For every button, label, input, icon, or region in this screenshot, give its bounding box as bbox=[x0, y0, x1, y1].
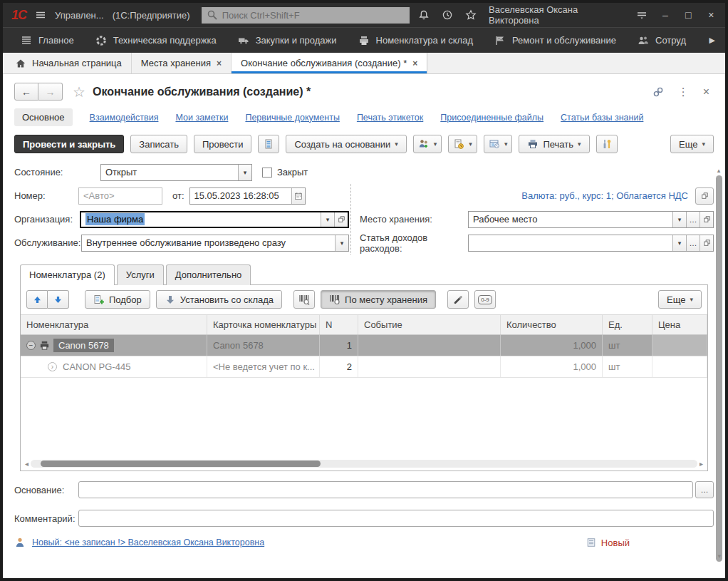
currency-open-icon[interactable] bbox=[695, 187, 714, 205]
post-button[interactable]: Провести bbox=[194, 135, 252, 153]
window-close-button[interactable]: × bbox=[706, 9, 717, 21]
section-tech-support[interactable]: Техническая поддержка bbox=[85, 28, 227, 53]
section-stock[interactable]: Номенклатура и склад bbox=[348, 28, 484, 53]
scrollbar-thumb[interactable] bbox=[716, 175, 722, 562]
scroll-down-icon[interactable]: ▾ bbox=[717, 552, 721, 560]
tab-nomenclature[interactable]: Номенклатура (2) bbox=[20, 264, 115, 285]
date-input[interactable]: 15.05.2023 16:28:05 bbox=[189, 187, 306, 205]
organization-input[interactable]: Наша фирма ▾ bbox=[80, 211, 349, 228]
navlink-attached-files[interactable]: Присоединенные файлы bbox=[440, 113, 544, 123]
calendar-icon[interactable] bbox=[291, 188, 305, 204]
tab-additional[interactable]: Дополнительно bbox=[166, 264, 251, 285]
tab-service-completion[interactable]: Окончание обслуживания (создание) * × bbox=[232, 53, 427, 73]
col-header-quantity[interactable]: Количество bbox=[501, 315, 603, 334]
navlink-knowledge-base[interactable]: Статьи базы знаний bbox=[561, 113, 643, 123]
maximize-button[interactable]: □ bbox=[682, 9, 693, 21]
service-type-select[interactable]: Внутреннее обслуживание произведено сраз… bbox=[81, 235, 349, 252]
number-input[interactable]: <Авто> bbox=[78, 187, 162, 205]
current-user-name[interactable]: Васелевская Оксана Викторовна bbox=[489, 4, 624, 26]
digits-entry-button[interactable]: 0-9 bbox=[474, 290, 496, 309]
chevron-down-icon[interactable]: ▾ bbox=[335, 235, 348, 251]
navlink-my-notes[interactable]: Мои заметки bbox=[175, 113, 228, 123]
collapse-row-icon[interactable]: − bbox=[26, 341, 36, 350]
table-row[interactable]: − Canon 5678 Canon 5678 1 1,000 шт bbox=[21, 335, 707, 356]
table-row[interactable]: › CANON PG-445 <Не ведется учет по к... … bbox=[21, 356, 707, 378]
col-header-price[interactable]: Цена bbox=[652, 315, 707, 334]
navlink-interactions[interactable]: Взаимодействия bbox=[90, 113, 159, 123]
tools-button[interactable] bbox=[596, 135, 618, 153]
tasks-button[interactable]: ▾ bbox=[484, 135, 513, 153]
document-more-button[interactable]: Еще ▾ bbox=[670, 135, 714, 153]
col-header-event[interactable]: Событие bbox=[358, 315, 501, 334]
col-header-card[interactable]: Карточка номенклатуры bbox=[207, 315, 320, 334]
post-and-close-button[interactable]: Провести и закрыть bbox=[14, 135, 124, 153]
choose-ellipsis-button[interactable]: … bbox=[686, 235, 700, 251]
tab-close-icon[interactable]: × bbox=[217, 58, 222, 68]
favorites-star-icon[interactable] bbox=[465, 9, 477, 21]
notifications-bell-icon[interactable] bbox=[418, 9, 430, 21]
minimize-button[interactable]: – bbox=[660, 9, 670, 21]
get-link-icon[interactable] bbox=[652, 86, 664, 98]
pick-button[interactable]: Подбор bbox=[85, 290, 150, 309]
choose-ellipsis-button[interactable]: … bbox=[686, 212, 700, 227]
chevron-down-icon[interactable]: ▾ bbox=[672, 212, 686, 227]
print-button[interactable]: Печать ▾ bbox=[519, 135, 589, 153]
service-menu-icon[interactable] bbox=[636, 9, 648, 21]
grid-more-button[interactable]: Еще ▾ bbox=[658, 290, 702, 309]
navlink-main[interactable]: Основное bbox=[14, 108, 73, 126]
sections-overflow-arrow[interactable]: ▶ bbox=[709, 36, 718, 45]
section-staff[interactable]: Сотруд bbox=[627, 28, 697, 53]
scroll-right-icon[interactable]: ▸ bbox=[700, 460, 703, 468]
comment-input[interactable] bbox=[78, 510, 714, 527]
vertical-scrollbar[interactable]: ▴ bbox=[714, 167, 723, 563]
back-button[interactable]: ← bbox=[14, 83, 38, 101]
by-storage-place-button[interactable]: По месту хранения bbox=[321, 290, 436, 309]
col-header-nomenclature[interactable]: Номенклатура bbox=[21, 315, 207, 334]
state-select[interactable]: Открыт ▾ bbox=[100, 164, 252, 181]
scrollbar-thumb[interactable] bbox=[41, 461, 321, 467]
set-from-warehouse-button[interactable]: Установить со склада bbox=[156, 290, 282, 309]
hamburger-icon[interactable] bbox=[35, 9, 46, 21]
section-repair-service[interactable]: Ремонт и обслуживание bbox=[484, 28, 627, 53]
col-header-n[interactable]: N bbox=[320, 315, 358, 334]
favorite-star-icon[interactable]: ☆ bbox=[73, 83, 85, 101]
open-item-icon[interactable] bbox=[700, 212, 713, 227]
move-up-button[interactable] bbox=[26, 290, 48, 309]
global-search-input[interactable]: Поиск Ctrl+Shift+F bbox=[202, 7, 410, 24]
tab-home[interactable]: Начальная страница bbox=[6, 53, 132, 73]
scroll-left-icon[interactable]: ◂ bbox=[25, 460, 28, 468]
chevron-down-icon[interactable]: ▾ bbox=[672, 235, 686, 251]
tab-close-icon[interactable]: × bbox=[412, 58, 417, 68]
forward-button[interactable]: → bbox=[38, 83, 63, 101]
posting-results-button[interactable] bbox=[258, 135, 279, 153]
income-expense-input[interactable]: ▾ … bbox=[468, 235, 714, 252]
form-close-icon[interactable]: × bbox=[703, 86, 709, 98]
chevron-down-icon[interactable]: ▾ bbox=[321, 212, 334, 227]
create-on-basis-button[interactable]: Создать на основании ▾ bbox=[286, 135, 406, 153]
move-down-button[interactable] bbox=[48, 290, 69, 309]
save-button[interactable]: Записать bbox=[130, 135, 187, 153]
horizontal-scrollbar[interactable]: ◂ ▸ bbox=[25, 459, 703, 468]
stylus-scan-button[interactable] bbox=[447, 290, 469, 309]
history-clock-icon[interactable] bbox=[442, 9, 453, 21]
tab-storage-places[interactable]: Места хранения × bbox=[132, 53, 232, 73]
storage-place-input[interactable]: Рабочее место ▾ … bbox=[468, 211, 714, 228]
open-item-icon[interactable] bbox=[700, 235, 713, 251]
tab-services[interactable]: Услуги bbox=[117, 264, 164, 285]
more-actions-icon[interactable]: ⋮ bbox=[678, 86, 689, 98]
scrollbar-track[interactable] bbox=[31, 460, 697, 468]
basis-input[interactable] bbox=[78, 481, 693, 498]
closed-checkbox[interactable] bbox=[262, 168, 272, 178]
section-main[interactable]: Главное bbox=[10, 28, 85, 53]
barcode-scan-button[interactable] bbox=[293, 290, 315, 309]
currency-link[interactable]: Валюта: руб., курс: 1; Облагается НДС bbox=[521, 190, 688, 201]
navlink-primary-docs[interactable]: Первичные документы bbox=[245, 113, 339, 123]
assign-performer-button[interactable]: ▾ bbox=[413, 135, 442, 153]
scroll-up-icon[interactable]: ▴ bbox=[717, 167, 721, 174]
basis-ellipsis-button[interactable]: … bbox=[695, 481, 714, 498]
navlink-label-printing[interactable]: Печать этикеток bbox=[357, 113, 423, 123]
col-header-unit[interactable]: Ед. bbox=[603, 315, 652, 334]
section-purchases-sales[interactable]: Закупки и продажи bbox=[227, 28, 348, 53]
open-item-icon[interactable] bbox=[334, 212, 348, 227]
chevron-down-icon[interactable]: ▾ bbox=[238, 165, 251, 180]
